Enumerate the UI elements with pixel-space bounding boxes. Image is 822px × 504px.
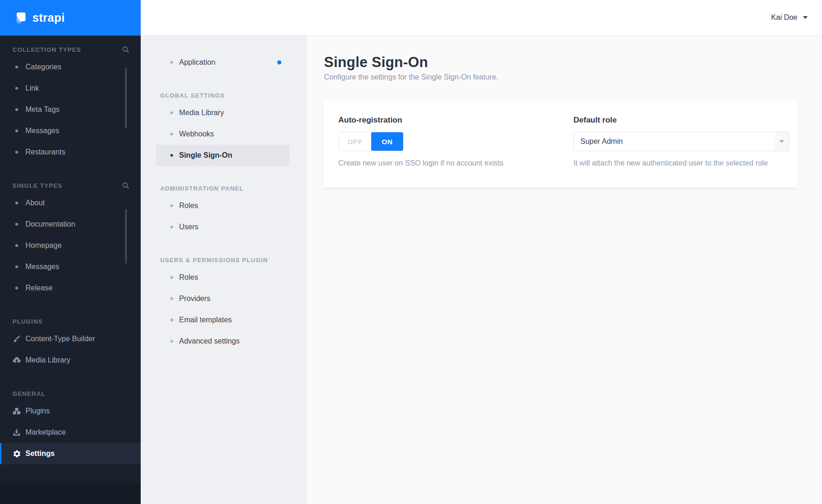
sidebar-item-link[interactable]: Link — [0, 78, 141, 99]
search-icon[interactable] — [122, 46, 130, 54]
settings-item-label: Application — [179, 58, 215, 67]
topbar: Kai Doe — [141, 0, 822, 36]
brand-name: strapi — [32, 11, 65, 25]
settings-item-providers[interactable]: Providers — [156, 288, 290, 309]
main-content: Single Sign-On Configure the settings fo… — [307, 36, 822, 504]
settings-section-header-users-permissions-plugin: USERS & PERMISSIONS PLUGIN — [141, 253, 306, 267]
sidebar-item-categories[interactable]: Categories — [0, 56, 141, 78]
bullet-icon — [15, 244, 18, 247]
bullet-icon — [170, 276, 173, 279]
settings-item-label: Advanced settings — [179, 337, 240, 345]
settings-section-title: GLOBAL SETTINGS — [160, 92, 225, 99]
sidebar-item-label: Meta Tags — [25, 105, 60, 114]
user-menu[interactable]: Kai Doe — [771, 13, 808, 22]
search-icon[interactable] — [122, 182, 130, 190]
sidebar-item-settings[interactable]: Settings — [0, 443, 141, 464]
sidebar-item-messages[interactable]: Messages — [0, 256, 141, 277]
settings-item-application[interactable]: Application — [156, 52, 290, 73]
sidebar-item-messages[interactable]: Messages — [0, 120, 141, 141]
settings-item-label: Email templates — [179, 316, 232, 324]
settings-section-header-administration-panel: ADMINISTRATION PANEL — [141, 181, 306, 195]
sidebar-item-about[interactable]: About — [0, 192, 141, 214]
settings-item-label: Roles — [179, 202, 198, 210]
settings-item-media-library[interactable]: Media Library — [156, 102, 290, 123]
sidebar-item-label: Categories — [25, 63, 61, 71]
default-role-label: Default role — [573, 116, 789, 125]
sidebar-item-restaurants[interactable]: Restaurants — [0, 141, 141, 163]
single-types-scrollbar[interactable] — [125, 209, 127, 264]
settings-item-label: Providers — [179, 295, 211, 303]
settings-item-email-templates[interactable]: Email templates — [156, 309, 290, 331]
sidebar-item-documentation[interactable]: Documentation — [0, 214, 141, 235]
sidebar-item-homepage[interactable]: Homepage — [0, 235, 141, 256]
bullet-icon — [15, 151, 18, 154]
settings-item-label: Webhooks — [179, 130, 214, 138]
settings-item-label: Single Sign-On — [179, 151, 232, 160]
notification-dot — [277, 61, 281, 65]
caret-down-icon — [779, 140, 784, 143]
sidebar-item-label: Restaurants — [25, 148, 65, 156]
sidebar-item-content-type-builder[interactable]: Content-Type Builder — [0, 328, 141, 350]
bullet-icon — [170, 319, 173, 321]
sidebar-item-label: Media Library — [25, 356, 70, 364]
settings-top-items: Application — [141, 52, 306, 73]
bullet-icon — [15, 265, 18, 268]
cloud-upload-icon — [12, 356, 21, 365]
settings-item-roles[interactable]: Roles — [156, 195, 290, 216]
settings-section-title: ADMINISTRATION PANEL — [160, 185, 243, 192]
sidebar-item-plugins[interactable]: Plugins — [0, 400, 141, 422]
sidebar-footer — [0, 483, 141, 504]
section-header: GENERAL — [0, 387, 141, 400]
page-title: Single Sign-On — [324, 54, 822, 71]
bullet-icon — [15, 129, 18, 132]
sidebar-item-meta-tags[interactable]: Meta Tags — [0, 99, 141, 120]
sidebar-item-label: Documentation — [25, 220, 75, 228]
bullet-icon — [170, 154, 173, 157]
section-title: PLUGINS — [12, 318, 130, 325]
bullet-icon — [170, 204, 173, 207]
sidebar-item-label: Release — [25, 284, 53, 292]
collection-types-scrollbar[interactable] — [125, 68, 127, 129]
sidebar-item-media-library[interactable]: Media Library — [0, 350, 141, 371]
section-title: COLLECTION TYPES — [12, 46, 122, 53]
gear-icon — [12, 449, 21, 458]
sidebar-item-label: Content-Type Builder — [25, 335, 95, 343]
sidebar-item-release[interactable]: Release — [0, 277, 141, 299]
default-role-select[interactable]: Super Admin — [573, 132, 789, 151]
auto-registration-description: Create new user on SSO login if no accou… — [338, 159, 554, 167]
chevron-down-icon — [803, 16, 808, 19]
section-title: GENERAL — [12, 390, 130, 397]
settings-item-webhooks[interactable]: Webhooks — [156, 123, 290, 145]
download-icon — [12, 428, 21, 437]
bullet-icon — [15, 108, 18, 111]
cubes-icon — [12, 406, 21, 416]
sidebar-item-marketplace[interactable]: Marketplace — [0, 422, 141, 443]
toggle-off-button[interactable]: OFF — [339, 132, 371, 151]
sidebar-item-label: Settings — [25, 449, 55, 458]
toggle-on-button[interactable]: ON — [371, 132, 403, 151]
auto-registration-field: Auto-registration OFF ON Create new user… — [338, 116, 554, 167]
settings-item-label: Users — [179, 223, 199, 231]
brand[interactable]: strapi — [0, 0, 141, 36]
bullet-icon — [170, 133, 173, 135]
auto-registration-toggle[interactable]: OFF ON — [338, 132, 404, 151]
settings-item-roles[interactable]: Roles — [156, 267, 290, 288]
section-header: SINGLE TYPES — [0, 178, 141, 192]
settings-item-users[interactable]: Users — [156, 216, 290, 238]
bullet-icon — [15, 287, 18, 289]
settings-item-single-sign-on[interactable]: Single Sign-On — [156, 145, 290, 166]
auto-registration-label: Auto-registration — [338, 116, 554, 125]
nav-section-collection-types: COLLECTION TYPESCategoriesLinkMeta TagsM… — [0, 43, 141, 163]
settings-section-title: USERS & PERMISSIONS PLUGIN — [160, 257, 268, 264]
sidebar-item-label: Messages — [25, 127, 59, 135]
paintbrush-icon — [12, 334, 21, 344]
settings-item-advanced-settings[interactable]: Advanced settings — [156, 331, 290, 352]
default-role-field: Default role Super Admin It will attach … — [573, 116, 789, 167]
section-title: SINGLE TYPES — [12, 182, 122, 189]
primary-sidebar: strapi COLLECTION TYPESCategoriesLinkMet… — [0, 0, 141, 504]
nav-section-single-types: SINGLE TYPESAboutDocumentationHomepageMe… — [0, 178, 141, 299]
section-header: COLLECTION TYPES — [0, 43, 141, 56]
sidebar-item-label: Messages — [25, 263, 59, 271]
select-caret-zone[interactable] — [775, 132, 789, 151]
nav-section-plugins: PLUGINSContent-Type BuilderMedia Library — [0, 314, 141, 371]
